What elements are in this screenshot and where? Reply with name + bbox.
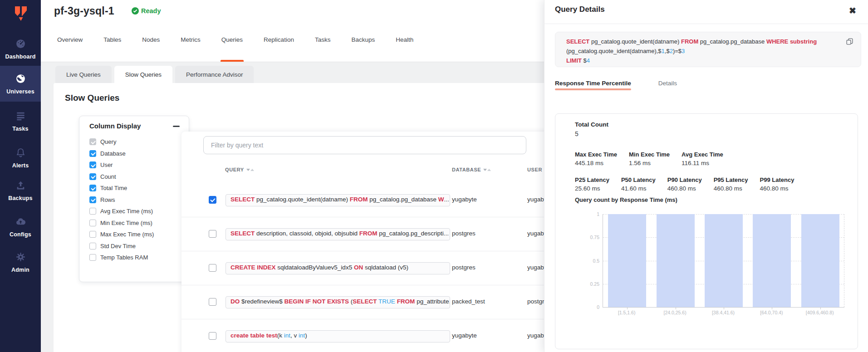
- database-cell: postgres: [452, 264, 476, 271]
- yugabyte-logo[interactable]: [11, 4, 31, 24]
- checkbox[interactable]: [89, 220, 96, 226]
- row-checkbox[interactable]: [209, 196, 216, 204]
- column-option-user[interactable]: User: [89, 159, 184, 171]
- tab-tasks[interactable]: Tasks: [315, 32, 331, 62]
- y-tick-label: 1: [586, 211, 599, 217]
- row-checkbox[interactable]: [209, 332, 216, 340]
- tab-overview[interactable]: Overview: [57, 32, 83, 62]
- details-tab-details[interactable]: Details: [658, 80, 677, 98]
- y-tick-label: 0.75: [586, 235, 599, 240]
- cloud-icon: [15, 216, 26, 229]
- row-checkbox[interactable]: [209, 298, 216, 306]
- checkbox[interactable]: [89, 150, 96, 157]
- x-tick: [820, 307, 821, 309]
- x-tick: [772, 307, 772, 309]
- close-icon[interactable]: ✖: [849, 6, 856, 15]
- column-option-count[interactable]: Count: [89, 171, 184, 183]
- checkbox[interactable]: [89, 243, 96, 249]
- column-header-database[interactable]: DATABASE: [452, 167, 491, 172]
- sidebar-item-label: Dashboard: [5, 54, 35, 60]
- row-checkbox[interactable]: [209, 264, 216, 272]
- globe-icon: [15, 73, 26, 86]
- tab-metrics[interactable]: Metrics: [181, 32, 201, 62]
- minus-icon[interactable]: [173, 126, 180, 127]
- stat-value: 41.60 ms: [621, 185, 656, 192]
- column-option-avg-exec-time-ms-[interactable]: Avg Exec Time (ms): [89, 205, 184, 217]
- bar-slot: [796, 214, 844, 307]
- bar-slot: [700, 214, 748, 307]
- subtab-live-queries[interactable]: Live Queries: [55, 66, 112, 83]
- user-cell: yugabyte: [527, 230, 544, 237]
- search-input[interactable]: [203, 136, 526, 154]
- column-option-rows[interactable]: Rows: [89, 194, 184, 206]
- stat-value: 25.60 ms: [575, 185, 609, 192]
- column-option-std-dev-time[interactable]: Std Dev Time: [89, 240, 184, 252]
- checkbox[interactable]: [89, 161, 96, 168]
- copy-icon[interactable]: [846, 38, 853, 47]
- sidebar-item-label: Admin: [11, 267, 29, 273]
- details-tab-response-time-percentile[interactable]: Response Time Percentile: [555, 80, 631, 98]
- bar-slots: [603, 214, 844, 307]
- user-cell: postgres: [527, 298, 544, 305]
- subtab-performance-advisor[interactable]: Performance Advisor: [175, 66, 254, 83]
- bar: [801, 214, 839, 307]
- option-label: Database: [100, 150, 126, 157]
- column-header-user[interactable]: USER: [527, 167, 542, 172]
- checkbox[interactable]: [89, 231, 96, 238]
- checkbox[interactable]: [89, 173, 96, 180]
- stat-value: 116.11 ms: [682, 160, 723, 166]
- sidebar-item-label: Configs: [10, 231, 31, 238]
- query-text-chip[interactable]: SELECT description, classoid, objoid, ob…: [226, 228, 450, 240]
- column-option-total-time[interactable]: Total Time: [89, 182, 184, 194]
- column-header-query[interactable]: QUERY: [225, 167, 254, 172]
- subtab-slow-queries[interactable]: Slow Queries: [114, 66, 172, 83]
- bar-chart: 00.250.50.751: [603, 214, 844, 308]
- column-option-min-exec-time-ms-[interactable]: Min Exec Time (ms): [89, 217, 184, 229]
- column-option-max-exec-time-ms-[interactable]: Max Exec Time (ms): [89, 229, 184, 240]
- row-checkbox[interactable]: [209, 230, 216, 238]
- column-options: QueryDatabaseUserCountTotal TimeRowsAvg …: [89, 136, 184, 264]
- checkbox[interactable]: [89, 196, 96, 203]
- column-option-temp-tables-ram[interactable]: Temp Tables RAM: [89, 252, 184, 264]
- tab-replication[interactable]: Replication: [264, 32, 294, 62]
- option-label: Min Exec Time (ms): [100, 220, 152, 226]
- sidebar-item-admin[interactable]: Admin: [0, 249, 41, 275]
- chart-title: Query count by Response Time (ms): [575, 196, 677, 203]
- stat-value: 460.80 ms: [760, 185, 794, 192]
- tab-health[interactable]: Health: [396, 32, 413, 62]
- sidebar-item-dashboard[interactable]: Dashboard: [0, 36, 41, 62]
- universe-title: pf-3g-ysql-1: [54, 5, 114, 17]
- option-label: Rows: [100, 196, 115, 203]
- checkbox[interactable]: [89, 208, 96, 215]
- stat-p25-latency: P25 Latency25.60 ms: [575, 176, 609, 192]
- column-display-title: Column Display: [89, 122, 141, 130]
- query-text-chip[interactable]: SELECT pg_catalog.quote_ident(datname) F…: [226, 194, 450, 206]
- sort-icon[interactable]: [483, 169, 491, 171]
- bar-slot: [603, 214, 651, 307]
- query-subtabs: Live QueriesSlow QueriesPerformance Advi…: [55, 66, 256, 83]
- gear-icon: [15, 251, 26, 264]
- sidebar-item-backups[interactable]: Backups: [0, 178, 41, 203]
- gauge-icon: [15, 38, 26, 51]
- tab-backups[interactable]: Backups: [351, 32, 375, 62]
- column-option-database[interactable]: Database: [89, 148, 184, 160]
- sidebar-item-alerts[interactable]: Alerts: [0, 145, 41, 171]
- checkbox[interactable]: [89, 185, 96, 191]
- checkbox[interactable]: [89, 254, 96, 261]
- sort-icon[interactable]: [246, 169, 254, 171]
- sidebar-item-universes[interactable]: Universes: [0, 66, 41, 102]
- column-option-query[interactable]: Query: [89, 136, 184, 148]
- tab-nodes[interactable]: Nodes: [142, 32, 160, 62]
- tab-queries[interactable]: Queries: [221, 32, 243, 62]
- tab-tables[interactable]: Tables: [103, 32, 121, 62]
- sidebar-item-label: Alerts: [12, 162, 29, 169]
- query-text-chip[interactable]: create table test(k int, v int): [226, 330, 450, 342]
- bell-icon: [15, 147, 26, 160]
- query-text-chip[interactable]: CREATE INDEX sqldataloadByValuev5_idx5 O…: [226, 262, 450, 274]
- percentile-box: Total Count 5 Max Exec Time445.18 msMin …: [555, 113, 858, 349]
- query-text-chip[interactable]: DO $redefineview$ BEGIN IF NOT EXISTS (S…: [226, 296, 450, 308]
- table-row: DO $redefineview$ BEGIN IF NOT EXISTS (S…: [181, 285, 544, 319]
- sidebar-item-configs[interactable]: Configs: [0, 214, 41, 240]
- sidebar-item-tasks[interactable]: Tasks: [0, 108, 41, 134]
- app-window: DashboardUniversesTasksAlertsBackupsConf…: [0, 0, 868, 352]
